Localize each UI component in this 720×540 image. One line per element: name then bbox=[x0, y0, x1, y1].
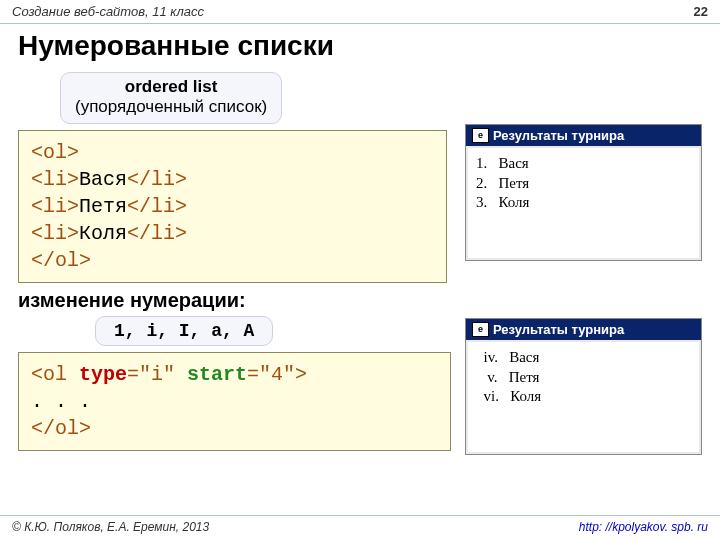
code-keyword: start bbox=[187, 363, 247, 386]
code-text: </li> bbox=[127, 195, 187, 218]
code-text: <li> bbox=[31, 222, 79, 245]
preview-content: 1. Вася 2. Петя 3. Коля bbox=[468, 148, 699, 258]
code-text: . . . bbox=[31, 388, 438, 415]
page-title: Нумерованные списки bbox=[0, 24, 720, 64]
titlebar: e Результаты турнира bbox=[466, 125, 701, 146]
list-item: vi. Коля bbox=[476, 387, 691, 407]
callout-types: 1, i, I, a, A bbox=[95, 316, 273, 346]
list-item: iv. Вася bbox=[476, 348, 691, 368]
code-text: ="4"> bbox=[247, 363, 307, 386]
code-text: > bbox=[79, 249, 91, 272]
titlebar: e Результаты турнира bbox=[466, 319, 701, 340]
callout-plain: (упорядоченный список) bbox=[75, 97, 267, 116]
list-item: 2. Петя bbox=[476, 174, 691, 194]
subhead: изменение нумерации: bbox=[0, 283, 720, 312]
window-title: Результаты турнира bbox=[493, 322, 624, 337]
code-keyword: type bbox=[79, 363, 127, 386]
page-number: 22 bbox=[694, 4, 708, 19]
code-text: Вася bbox=[79, 168, 127, 191]
preview-window-2: e Результаты турнира iv. Вася v. Петя vi… bbox=[465, 318, 702, 455]
window-title: Результаты турнира bbox=[493, 128, 624, 143]
code-text: </ol> bbox=[31, 417, 91, 440]
code-text: <li> bbox=[31, 195, 79, 218]
code-text: Петя bbox=[79, 195, 127, 218]
window-icon: e bbox=[472, 322, 489, 337]
code-text: <ol bbox=[31, 141, 67, 164]
preview-content: iv. Вася v. Петя vi. Коля bbox=[468, 342, 699, 452]
code-text: ="i" bbox=[127, 363, 187, 386]
list-item: 1. Вася bbox=[476, 154, 691, 174]
copyright: © К.Ю. Поляков, Е.А. Еремин, 2013 bbox=[12, 520, 209, 534]
callout-bold: ordered list bbox=[125, 77, 218, 96]
code-block-1: <ol> <li>Вася</li> <li>Петя</li> <li>Кол… bbox=[18, 130, 447, 283]
code-text: Коля bbox=[79, 222, 127, 245]
code-block-2: <ol type="i" start="4"> . . . </ol> bbox=[18, 352, 451, 451]
list-item: v. Петя bbox=[476, 368, 691, 388]
footer: © К.Ю. Поляков, Е.А. Еремин, 2013 http: … bbox=[0, 515, 720, 540]
course-label: Создание веб-сайтов, 11 класс bbox=[12, 4, 204, 19]
code-text: > bbox=[67, 141, 79, 164]
code-text: <ol bbox=[31, 363, 79, 386]
code-text: </li> bbox=[127, 222, 187, 245]
preview-window-1: e Результаты турнира 1. Вася 2. Петя 3. … bbox=[465, 124, 702, 261]
window-icon: e bbox=[472, 128, 489, 143]
list-item: 3. Коля bbox=[476, 193, 691, 213]
callout-ordered-list: ordered list (упорядоченный список) bbox=[60, 72, 282, 124]
code-text: </ol bbox=[31, 249, 79, 272]
header: Создание веб-сайтов, 11 класс 22 bbox=[0, 0, 720, 24]
code-text: </li> bbox=[127, 168, 187, 191]
code-text: <li> bbox=[31, 168, 79, 191]
footer-link[interactable]: http: //kpolyakov. spb. ru bbox=[579, 520, 708, 534]
